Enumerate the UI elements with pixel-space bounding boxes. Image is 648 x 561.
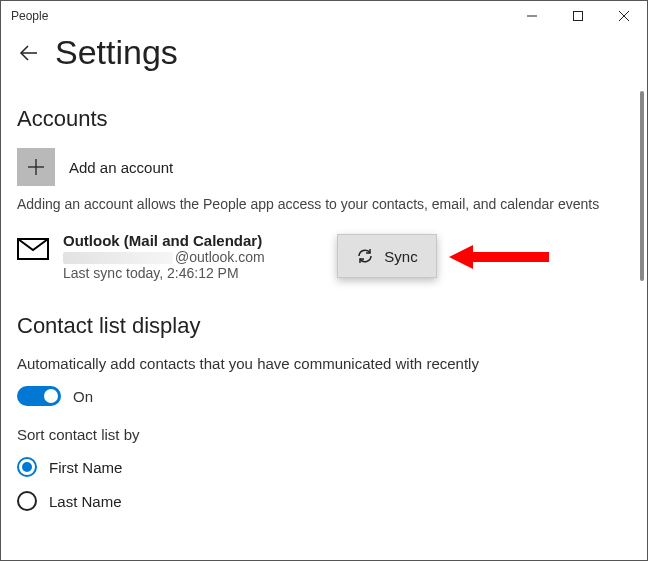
radio-icon xyxy=(17,491,37,511)
accounts-heading: Accounts xyxy=(17,106,631,132)
auto-add-toggle-row: On xyxy=(17,386,631,406)
auto-add-toggle[interactable] xyxy=(17,386,61,406)
sync-button[interactable]: Sync xyxy=(337,234,437,278)
toggle-knob xyxy=(44,389,58,403)
app-title: People xyxy=(11,9,48,23)
add-account-label: Add an account xyxy=(69,159,173,176)
account-item[interactable]: Outlook (Mail and Calendar) @outlook.com… xyxy=(17,232,631,281)
contact-list-heading: Contact list display xyxy=(17,313,631,339)
content-area: Accounts Add an account Adding an accoun… xyxy=(1,106,647,527)
page-header: Settings xyxy=(1,31,647,84)
plus-icon xyxy=(27,158,45,176)
plus-icon-box xyxy=(17,148,55,186)
add-account-button[interactable]: Add an account xyxy=(17,148,631,186)
redacted-email-user xyxy=(63,252,173,264)
account-email: @outlook.com xyxy=(63,249,265,265)
account-email-domain: @outlook.com xyxy=(175,249,265,265)
page-title: Settings xyxy=(55,33,178,72)
arrow-left-icon xyxy=(18,42,40,64)
account-details: Outlook (Mail and Calendar) @outlook.com… xyxy=(63,232,265,281)
svg-marker-8 xyxy=(449,245,549,269)
auto-add-description: Automatically add contacts that you have… xyxy=(17,355,631,372)
scrollbar-thumb[interactable] xyxy=(640,91,644,281)
radio-label: First Name xyxy=(49,459,122,476)
sort-label: Sort contact list by xyxy=(17,426,631,443)
title-bar: People xyxy=(1,1,647,31)
maximize-icon xyxy=(573,11,583,21)
minimize-icon xyxy=(527,11,537,21)
window-controls xyxy=(509,1,647,31)
sync-button-label: Sync xyxy=(384,248,417,265)
mail-icon xyxy=(17,238,49,264)
radio-last-name[interactable]: Last Name xyxy=(17,491,631,511)
account-last-sync: Last sync today, 2:46:12 PM xyxy=(63,265,265,281)
account-name: Outlook (Mail and Calendar) xyxy=(63,232,265,249)
svg-rect-1 xyxy=(574,12,583,21)
sync-icon xyxy=(356,247,374,265)
annotation-arrow xyxy=(449,242,549,276)
close-button[interactable] xyxy=(601,1,647,31)
toggle-label: On xyxy=(73,388,93,405)
back-button[interactable] xyxy=(15,39,43,67)
close-icon xyxy=(619,11,629,21)
maximize-button[interactable] xyxy=(555,1,601,31)
minimize-button[interactable] xyxy=(509,1,555,31)
radio-first-name[interactable]: First Name xyxy=(17,457,631,477)
accounts-help-text: Adding an account allows the People app … xyxy=(17,196,631,212)
radio-label: Last Name xyxy=(49,493,122,510)
radio-icon xyxy=(17,457,37,477)
